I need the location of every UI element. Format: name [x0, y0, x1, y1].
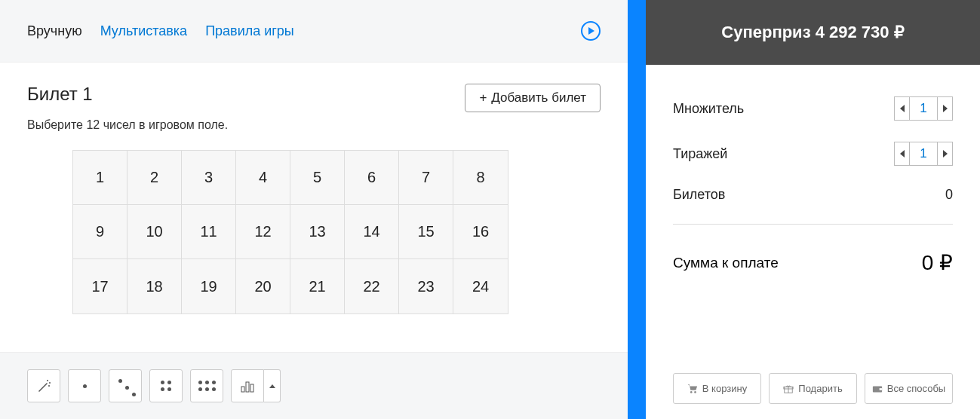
number-cell-21[interactable]: 21: [290, 259, 345, 313]
gift-label: Подарить: [798, 383, 842, 394]
plus-icon: +: [479, 90, 487, 106]
number-cell-14[interactable]: 14: [345, 205, 399, 259]
number-cell-19[interactable]: 19: [182, 259, 236, 313]
super-prize-banner: Суперприз 4 292 730 ₽: [646, 0, 980, 65]
summary-divider: [673, 224, 953, 225]
dice-6-button[interactable]: [190, 369, 223, 402]
number-cell-10[interactable]: 10: [127, 205, 182, 259]
wallet-icon: [872, 384, 883, 394]
dice-3-icon: [118, 379, 132, 393]
number-cell-5[interactable]: 5: [290, 151, 345, 205]
multiplier-decrease-button[interactable]: [895, 97, 910, 120]
number-cell-17[interactable]: 17: [73, 259, 127, 313]
svg-rect-5: [250, 384, 253, 392]
svg-point-6: [690, 391, 693, 393]
add-ticket-button[interactable]: + Добавить билет: [465, 84, 601, 112]
svg-point-7: [694, 391, 696, 393]
multiplier-increase-button[interactable]: [937, 97, 952, 120]
multiplier-value: 1: [910, 101, 937, 116]
gift-icon: [783, 384, 794, 394]
dice-1-button[interactable]: [68, 369, 101, 402]
number-cell-4[interactable]: 4: [236, 151, 290, 205]
number-cell-12[interactable]: 12: [236, 205, 290, 259]
draws-label: Тиражей: [673, 146, 727, 162]
chevron-up-icon: [269, 384, 275, 388]
bottom-toolbar: [0, 352, 628, 419]
tab-multi[interactable]: Мультиставка: [100, 23, 187, 39]
number-cell-18[interactable]: 18: [127, 259, 182, 313]
chevron-left-icon: [900, 105, 905, 112]
dice-4-icon: [161, 381, 171, 391]
svg-point-0: [47, 380, 48, 381]
magic-wand-button[interactable]: [27, 369, 60, 402]
all-methods-button[interactable]: Все способы: [865, 373, 953, 404]
cart-icon: [687, 384, 698, 394]
number-cell-20[interactable]: 20: [236, 259, 290, 313]
svg-rect-4: [246, 382, 249, 392]
draws-increase-button[interactable]: [937, 142, 952, 165]
total-label: Сумма к оплате: [673, 255, 779, 271]
number-cell-1[interactable]: 1: [73, 151, 127, 205]
tickets-value: 0: [945, 187, 953, 203]
ticket-area: Билет 1 + Добавить билет Выберите 12 чис…: [0, 63, 628, 352]
play-icon: [588, 27, 594, 35]
number-cell-3[interactable]: 3: [182, 151, 236, 205]
dice-1-icon: [83, 384, 87, 388]
chevron-right-icon: [943, 105, 948, 112]
dice-3-button[interactable]: [109, 369, 142, 402]
dice-6-icon: [198, 381, 216, 391]
ticket-subtitle: Выберите 12 чисел в игровом поле.: [27, 118, 601, 132]
number-cell-22[interactable]: 22: [345, 259, 399, 313]
number-cell-13[interactable]: 13: [290, 205, 345, 259]
svg-rect-11: [879, 388, 882, 390]
add-ticket-label: Добавить билет: [491, 90, 586, 106]
tabs-bar: Вручную Мультиставка Правила игры: [0, 0, 628, 63]
dice-4-button[interactable]: [149, 369, 183, 402]
play-button[interactable]: [581, 21, 601, 41]
stats-dropdown-button[interactable]: [264, 369, 281, 402]
tickets-label: Билетов: [673, 187, 725, 203]
number-cell-7[interactable]: 7: [399, 151, 453, 205]
multiplier-stepper: 1: [894, 96, 953, 121]
action-bar: В корзину Подарить Все способы: [646, 373, 980, 419]
svg-rect-3: [241, 387, 244, 392]
number-grid: 123456789101112131415161718192021222324: [72, 150, 508, 314]
svg-point-2: [48, 385, 50, 387]
all-methods-label: Все способы: [887, 383, 945, 394]
multiplier-label: Множитель: [673, 101, 744, 117]
number-cell-6[interactable]: 6: [345, 151, 399, 205]
tab-rules[interactable]: Правила игры: [205, 23, 294, 39]
draws-stepper: 1: [894, 142, 953, 166]
number-cell-15[interactable]: 15: [399, 205, 453, 259]
number-cell-23[interactable]: 23: [399, 259, 453, 313]
number-cell-11[interactable]: 11: [182, 205, 236, 259]
number-cell-8[interactable]: 8: [453, 151, 508, 205]
tab-manual[interactable]: Вручную: [27, 23, 82, 39]
number-cell-9[interactable]: 9: [73, 205, 127, 259]
number-cell-16[interactable]: 16: [453, 205, 508, 259]
chevron-right-icon: [943, 150, 948, 158]
panel-divider: [628, 0, 646, 419]
svg-point-1: [49, 382, 51, 384]
magic-wand-icon: [36, 378, 51, 393]
bar-chart-icon: [241, 379, 254, 393]
number-cell-2[interactable]: 2: [127, 151, 182, 205]
summary-panel: Множитель 1 Тиражей 1 Билетов 0 Сумма к …: [646, 65, 980, 373]
draws-value: 1: [910, 146, 937, 161]
total-amount: 0 ₽: [922, 250, 953, 275]
chevron-left-icon: [900, 150, 905, 158]
ticket-title: Билет 1: [27, 84, 93, 105]
cart-label: В корзину: [702, 383, 747, 394]
stats-button[interactable]: [231, 369, 264, 402]
draws-decrease-button[interactable]: [895, 142, 910, 165]
gift-button[interactable]: Подарить: [769, 373, 857, 404]
number-cell-24[interactable]: 24: [453, 259, 508, 313]
add-to-cart-button[interactable]: В корзину: [673, 373, 761, 404]
